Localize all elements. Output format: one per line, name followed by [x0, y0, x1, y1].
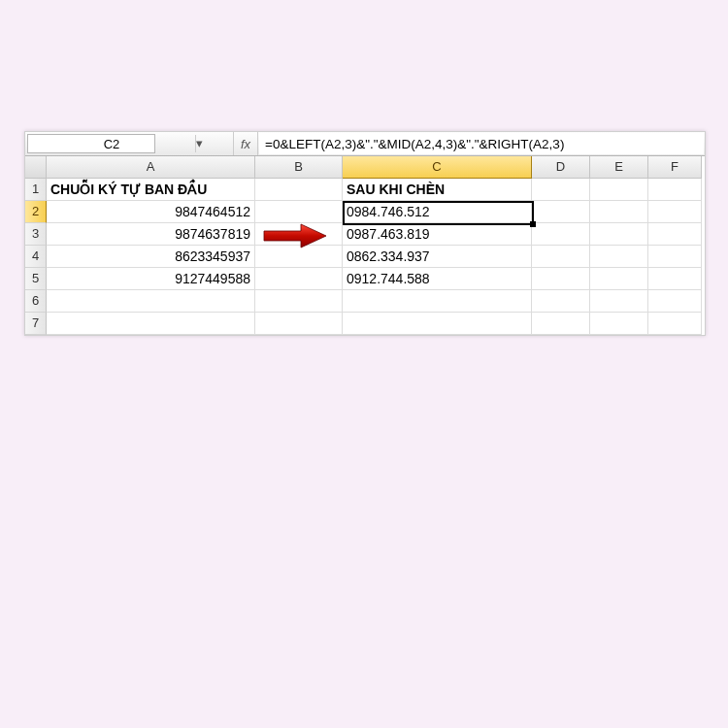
cell-E4[interactable] [590, 246, 648, 268]
row-header-1[interactable]: 1 [25, 179, 47, 201]
cell-C6[interactable] [343, 290, 532, 313]
formula-bar-gap [155, 132, 233, 155]
cell-D7[interactable] [532, 313, 590, 335]
cell-B1[interactable] [255, 179, 343, 201]
cell-B3[interactable] [255, 223, 343, 246]
cell-A4[interactable]: 8623345937 [47, 246, 255, 268]
cell-F5[interactable] [648, 268, 702, 290]
col-header-D[interactable]: D [532, 156, 590, 179]
cell-B7[interactable] [255, 313, 343, 335]
col-header-B[interactable]: B [255, 156, 343, 179]
row-header-4[interactable]: 4 [25, 246, 47, 268]
row-header-2[interactable]: 2 [25, 201, 47, 223]
cell-C4[interactable]: 0862.334.937 [343, 246, 532, 268]
cell-D2[interactable] [532, 201, 590, 223]
cell-B6[interactable] [255, 290, 343, 313]
cell-B2[interactable] [255, 201, 343, 223]
cell-D6[interactable] [532, 290, 590, 313]
cell-C5[interactable]: 0912.744.588 [343, 268, 532, 290]
cell-E6[interactable] [590, 290, 648, 313]
col-header-A[interactable]: A [47, 156, 255, 179]
row-header-7[interactable]: 7 [25, 313, 47, 335]
row-header-6[interactable]: 6 [25, 290, 47, 313]
cell-A1[interactable]: CHUỖI KÝ TỰ BAN ĐẦU [47, 179, 255, 201]
cell-F3[interactable] [648, 223, 702, 246]
col-header-E[interactable]: E [590, 156, 648, 179]
cell-E7[interactable] [590, 313, 648, 335]
cell-A6[interactable] [47, 290, 255, 313]
cell-D1[interactable] [532, 179, 590, 201]
cell-D5[interactable] [532, 268, 590, 290]
cell-E2[interactable] [590, 201, 648, 223]
cell-B4[interactable] [255, 246, 343, 268]
cell-A7[interactable] [47, 313, 255, 335]
cell-C2[interactable]: 0984.746.512 [343, 201, 532, 223]
row-header-5[interactable]: 5 [25, 268, 47, 290]
cell-A2[interactable]: 9847464512 [47, 201, 255, 223]
cell-F4[interactable] [648, 246, 702, 268]
spreadsheet-grid: A B C D E F 1 CHUỖI KÝ TỰ BAN ĐẦU SAU KH… [25, 156, 705, 335]
cell-C7[interactable] [343, 313, 532, 335]
col-header-F[interactable]: F [648, 156, 702, 179]
cell-D3[interactable] [532, 223, 590, 246]
cell-F7[interactable] [648, 313, 702, 335]
formula-input[interactable] [259, 133, 704, 154]
cell-E1[interactable] [590, 179, 648, 201]
select-all-corner[interactable] [25, 156, 47, 179]
cell-E5[interactable] [590, 268, 648, 290]
cell-F1[interactable] [648, 179, 702, 201]
row-header-3[interactable]: 3 [25, 223, 47, 246]
col-header-C[interactable]: C [343, 156, 532, 179]
cell-E3[interactable] [590, 223, 648, 246]
excel-window: ▾ fx A B C D E F 1 CHUỖI KÝ TỰ BAN ĐẦU S… [24, 131, 706, 336]
cell-B5[interactable] [255, 268, 343, 290]
cell-C1[interactable]: SAU KHI CHÈN [343, 179, 532, 201]
cell-C3[interactable]: 0987.463.819 [343, 223, 532, 246]
name-box-wrap: ▾ [27, 134, 155, 153]
cell-A3[interactable]: 9874637819 [47, 223, 255, 246]
cell-A5[interactable]: 9127449588 [47, 268, 255, 290]
cell-F2[interactable] [648, 201, 702, 223]
formula-bar: ▾ fx [25, 132, 705, 156]
fx-button[interactable]: fx [233, 132, 258, 155]
cell-F6[interactable] [648, 290, 702, 313]
cell-D4[interactable] [532, 246, 590, 268]
